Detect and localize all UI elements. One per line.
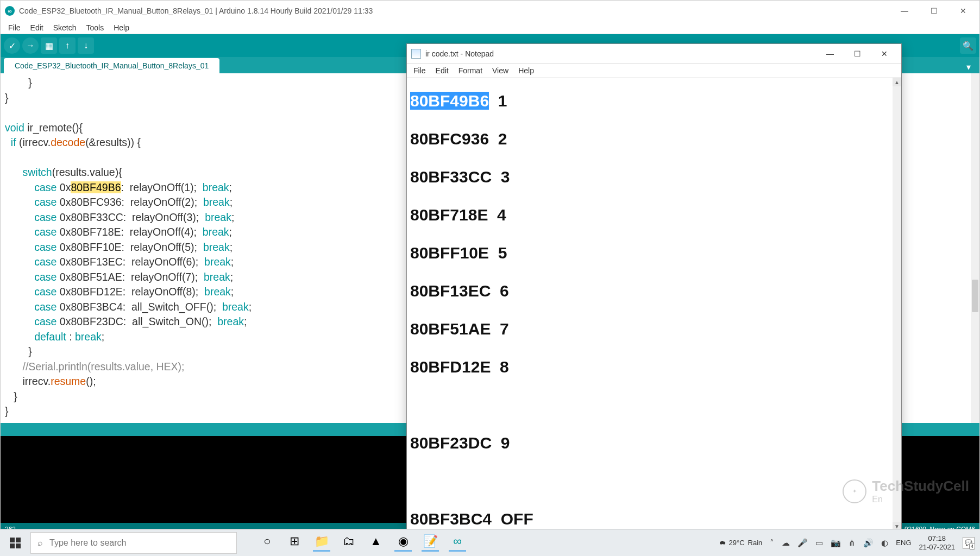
sketch-tab[interactable]: Code_ESP32_Bluetooth_IR_Manual_Button_8R… (4, 58, 219, 73)
ir-value: 9 (492, 434, 510, 452)
notepad-menu-format[interactable]: Format (454, 65, 487, 76)
notepad-menu-file[interactable]: File (409, 65, 430, 76)
notepad-line: 80BFD12E 8 (410, 348, 889, 386)
notepad-line: 80BFF10E 5 (410, 234, 889, 272)
notepad-line (410, 462, 889, 500)
notepad-text-area[interactable]: 80BF49B6 180BFC936 280BF33CC 380BF718E 4… (407, 78, 893, 530)
weather-widget[interactable]: 🌧 29°C Rain (719, 539, 763, 547)
arduino-title-text: Code_ESP32_Bluetooth_IR_Manual_Button_8R… (19, 7, 898, 15)
notepad-menubar: File Edit Format View Help (407, 64, 901, 78)
ir-code: 80BF23DC (410, 434, 492, 452)
battery-icon[interactable]: ▭ (815, 538, 823, 548)
maximize-icon[interactable]: ☐ (927, 4, 940, 17)
tray-chevron-icon[interactable]: ˄ (770, 538, 774, 548)
notepad-minimize-icon[interactable]: ― (818, 46, 843, 62)
serial-monitor-icon[interactable]: 🔍 (960, 37, 976, 54)
arduino-titlebar[interactable]: ∞ Code_ESP32_Bluetooth_IR_Manual_Button_… (1, 1, 979, 21)
notepad-menu-edit[interactable]: Edit (431, 65, 453, 76)
task-view-icon[interactable]: ⊞ (286, 534, 303, 552)
notepad-close-icon[interactable]: ✕ (872, 46, 897, 62)
minimize-icon[interactable]: ― (898, 4, 911, 17)
notepad-titlebar[interactable]: ir code.txt - Notepad ― ☐ ✕ (407, 44, 901, 64)
weather-icon: 🌧 (719, 539, 726, 547)
file-explorer-icon[interactable]: 📁 (313, 534, 330, 552)
notepad-line: 80BF718E 4 (410, 196, 889, 234)
arduino-menubar: File Edit Sketch Tools Help (1, 21, 979, 34)
ir-value: 7 (491, 320, 508, 338)
verify-icon[interactable]: ✓ (4, 37, 20, 54)
menu-help[interactable]: Help (109, 22, 134, 33)
windows-logo-icon (10, 538, 21, 548)
ir-value: 1 (489, 92, 507, 110)
taskbar-search[interactable]: ⌕ Type here to search (30, 532, 237, 554)
meet-now-icon[interactable]: 📷 (831, 538, 841, 548)
ir-code: 80BFC936 (410, 130, 489, 148)
ir-code: 80BF33CC (410, 168, 492, 186)
start-button[interactable] (0, 529, 30, 557)
notepad-taskbar-icon[interactable]: 📝 (422, 534, 439, 552)
ir-code: 80BF718E (410, 206, 488, 224)
wifi-icon[interactable]: ⋔ (849, 538, 856, 548)
ir-value: 3 (492, 168, 510, 186)
notepad-line (410, 386, 889, 424)
ir-value: 5 (489, 244, 507, 262)
ir-value: 8 (491, 358, 508, 376)
weather-temp: 29°C (729, 539, 745, 547)
notepad-app-icon (411, 49, 421, 59)
cortana-icon[interactable]: ○ (259, 534, 276, 552)
menu-edit[interactable]: Edit (26, 22, 48, 33)
volume-icon[interactable]: 🔊 (863, 538, 874, 548)
tabs-dropdown-icon[interactable]: ▾ (962, 60, 975, 73)
open-icon[interactable]: ↑ (59, 37, 76, 54)
search-icon: ⌕ (37, 538, 43, 548)
notepad-title-text: ir code.txt - Notepad (425, 49, 818, 58)
notepad-maximize-icon[interactable]: ☐ (845, 46, 870, 62)
code-scrollbar[interactable] (971, 73, 979, 427)
clock-time: 07:18 (919, 534, 956, 543)
nvidia-icon[interactable]: ◐ (881, 538, 888, 548)
highlighted-hex: 80BF49B6 (71, 181, 121, 193)
scrollbar-thumb[interactable] (972, 280, 978, 312)
notepad-line: 80BF23DC 9 (410, 424, 889, 462)
scroll-up-icon[interactable]: ▲ (893, 78, 901, 86)
notepad-line: 80BF13EC 6 (410, 272, 889, 310)
ir-code: 80BF3BC4 (410, 510, 492, 528)
notepad-window: ir code.txt - Notepad ― ☐ ✕ File Edit Fo… (406, 43, 902, 531)
notepad-scrollbar[interactable]: ▲ ▼ (893, 78, 901, 530)
notepad-line: 80BFC936 2 (410, 120, 889, 158)
chrome-icon[interactable]: ◉ (394, 534, 412, 552)
search-placeholder: Type here to search (49, 538, 126, 548)
notepad-line: 80BF51AE 7 (410, 310, 889, 348)
notepad-line: 80BF49B6 1 (410, 82, 889, 120)
microphone-icon[interactable]: 🎤 (797, 538, 808, 548)
watermark-sub: En (872, 495, 969, 504)
notepad-line: 80BF33CC 3 (410, 158, 889, 196)
clock-date: 21-07-2021 (919, 543, 956, 552)
explorer-window-icon[interactable]: 🗂 (340, 534, 357, 552)
ir-code: 80BFF10E (410, 244, 489, 262)
taskbar: ⌕ Type here to search ○ ⊞ 📁 🗂 ▲ ◉ 📝 ∞ 🌧 … (0, 529, 980, 556)
clock[interactable]: 07:18 21-07-2021 (919, 534, 956, 551)
ir-value: 2 (489, 130, 507, 148)
close-icon[interactable]: ✕ (957, 4, 970, 17)
arduino-taskbar-icon[interactable]: ∞ (449, 534, 466, 552)
menu-sketch[interactable]: Sketch (49, 22, 81, 33)
menu-file[interactable]: File (4, 22, 25, 33)
vlc-icon[interactable]: ▲ (367, 534, 385, 552)
onedrive-icon[interactable]: ☁ (782, 538, 790, 548)
ir-code: 80BF49B6 (410, 92, 489, 110)
notepad-menu-view[interactable]: View (488, 65, 513, 76)
arduino-app-icon: ∞ (5, 6, 15, 16)
upload-icon[interactable]: → (22, 37, 39, 54)
new-icon[interactable]: ▦ (41, 37, 57, 54)
menu-tools[interactable]: Tools (82, 22, 109, 33)
ir-code: 80BFD12E (410, 358, 491, 376)
notifications-icon[interactable]: 💬 (963, 537, 975, 549)
system-tray: 🌧 29°C Rain ˄ ☁ 🎤 ▭ 📷 ⋔ 🔊 ◐ ENG 07:18 21… (719, 534, 980, 551)
ir-value: 4 (488, 206, 506, 224)
save-icon[interactable]: ↓ (78, 37, 94, 54)
language-indicator[interactable]: ENG (896, 539, 911, 547)
notepad-menu-help[interactable]: Help (514, 65, 538, 76)
ir-value: 6 (491, 282, 508, 300)
watermark: ✦ TechStudyCell En (843, 478, 969, 504)
